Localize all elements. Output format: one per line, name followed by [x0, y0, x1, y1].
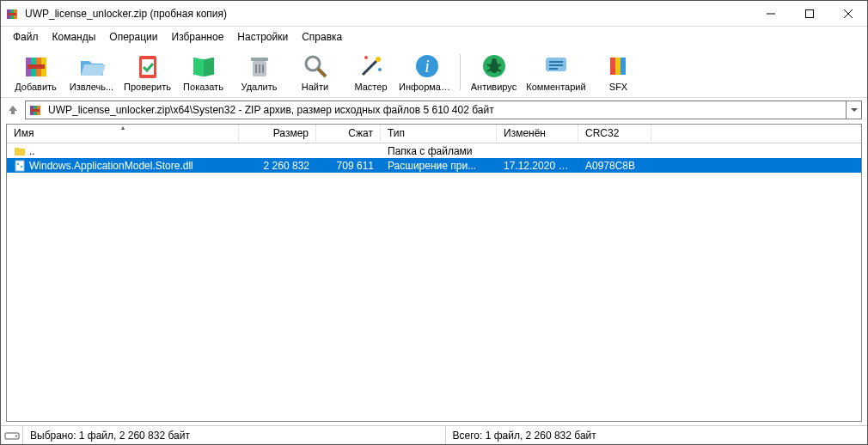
view-label: Показать — [183, 82, 223, 92]
close-button[interactable] — [828, 1, 867, 26]
svg-point-20 — [306, 57, 320, 70]
svg-point-23 — [376, 57, 381, 62]
svg-point-48 — [21, 165, 22, 167]
bug-icon — [480, 52, 508, 80]
extract-label: Извлечь... — [70, 82, 113, 92]
menu-commands[interactable]: Команды — [46, 28, 103, 46]
svg-rect-46 — [15, 161, 24, 171]
status-drive-icon[interactable] — [1, 426, 23, 444]
comment-label: Комментарий — [526, 82, 585, 92]
up-button[interactable] — [6, 103, 20, 117]
svg-rect-16 — [251, 58, 268, 61]
window-controls — [751, 1, 867, 26]
wizard-label: Мастер — [354, 82, 387, 92]
comment-icon — [542, 52, 570, 80]
wizard-button[interactable]: Мастер — [343, 51, 399, 94]
sfx-button[interactable]: SFX — [590, 51, 646, 94]
svg-point-25 — [378, 68, 382, 71]
file-crc: A0978C8B — [578, 160, 651, 172]
parent-folder-name: .. — [29, 145, 35, 157]
test-label: Проверить — [124, 82, 171, 92]
file-name: Windows.ApplicationModel.Store.dll — [29, 160, 193, 172]
col-packed[interactable]: Сжат — [316, 125, 381, 143]
trash-icon — [246, 52, 273, 80]
file-modified: 17.12.2020 20:08 — [497, 160, 578, 172]
window-title: UWP_license_unlocker.zip (пробная копия) — [25, 8, 751, 20]
svg-rect-12 — [28, 64, 45, 69]
maximize-button[interactable] — [790, 1, 828, 26]
file-row[interactable]: Windows.ApplicationModel.Store.dll 2 260… — [7, 158, 861, 173]
titlebar: UWP_license_unlocker.zip (пробная копия) — [1, 1, 867, 27]
svg-point-30 — [492, 58, 497, 64]
delete-label: Удалить — [241, 82, 278, 92]
comment-button[interactable]: Комментарий — [522, 51, 590, 94]
status-selected: Выбрано: 1 файл, 2 260 832 байт — [23, 426, 446, 444]
path-input[interactable] — [46, 103, 842, 117]
svg-rect-41 — [620, 58, 626, 75]
delete-button[interactable]: Удалить — [231, 51, 287, 94]
listview-header: Имя Размер Сжат Тип Изменён CRC32 — [7, 125, 861, 143]
menu-favorites[interactable]: Избранное — [165, 28, 231, 46]
find-label: Найти — [302, 82, 328, 92]
info-button[interactable]: i Информация — [399, 51, 455, 94]
folder-icon — [14, 145, 26, 157]
svg-rect-40 — [615, 58, 620, 75]
parent-folder-row[interactable]: .. Папка с файлами — [7, 143, 861, 158]
clipboard-check-icon — [134, 52, 162, 80]
statusbar: Выбрано: 1 файл, 2 260 832 байт Всего: 1… — [1, 425, 867, 444]
antivirus-label: Антивирус — [471, 82, 517, 92]
app-window: UWP_license_unlocker.zip (пробная копия)… — [0, 0, 868, 445]
dll-file-icon — [14, 160, 26, 172]
svg-rect-45 — [31, 109, 40, 112]
path-dropdown-button[interactable] — [847, 101, 862, 119]
svg-rect-39 — [610, 58, 615, 75]
svg-rect-3 — [8, 13, 16, 15]
path-bar — [1, 98, 867, 122]
path-field[interactable] — [25, 101, 847, 119]
parent-folder-type: Папка с файлами — [381, 145, 497, 157]
view-button[interactable]: Показать — [175, 51, 231, 94]
file-size: 2 260 832 — [239, 160, 316, 172]
col-modified[interactable]: Изменён — [497, 125, 578, 143]
minimize-button[interactable] — [751, 1, 790, 26]
file-listview: Имя Размер Сжат Тип Изменён CRC32 .. Пап… — [6, 124, 862, 422]
col-name[interactable]: Имя — [7, 125, 239, 143]
svg-point-50 — [15, 435, 17, 436]
sfx-books-icon — [605, 52, 633, 80]
find-button[interactable]: Найти — [287, 51, 343, 94]
app-icon — [6, 7, 20, 21]
book-open-icon — [190, 52, 217, 80]
extract-button[interactable]: Извлечь... — [64, 51, 119, 94]
col-size[interactable]: Размер — [239, 125, 316, 143]
menu-settings[interactable]: Настройки — [230, 28, 295, 46]
svg-line-21 — [318, 69, 326, 76]
svg-text:i: i — [425, 57, 430, 76]
file-packed: 709 611 — [316, 160, 381, 172]
info-label: Информация — [399, 82, 455, 92]
archive-icon — [29, 103, 43, 117]
col-crc[interactable]: CRC32 — [578, 125, 651, 143]
svg-point-47 — [17, 162, 19, 164]
toolbar: Добавить Извлечь... Проверить Показать У… — [1, 47, 867, 98]
add-label: Добавить — [15, 82, 57, 92]
menu-help[interactable]: Справка — [295, 28, 349, 46]
toolbar-separator — [460, 54, 461, 90]
menubar: Файл Команды Операции Избранное Настройк… — [1, 27, 867, 47]
add-button[interactable]: Добавить — [8, 51, 64, 94]
folder-open-icon — [78, 52, 106, 80]
wand-icon — [358, 52, 385, 80]
antivirus-button[interactable]: Антивирус — [466, 51, 522, 94]
menu-file[interactable]: Файл — [6, 28, 46, 46]
svg-rect-5 — [805, 9, 813, 17]
sfx-label: SFX — [609, 82, 627, 92]
test-button[interactable]: Проверить — [119, 51, 175, 94]
menu-operations[interactable]: Операции — [102, 28, 164, 46]
svg-line-22 — [363, 61, 376, 75]
svg-point-24 — [364, 56, 368, 59]
search-icon — [302, 52, 329, 80]
listview-body: .. Папка с файлами Windows.ApplicationMo… — [7, 143, 861, 421]
col-type[interactable]: Тип — [381, 125, 497, 143]
books-icon — [22, 52, 50, 80]
status-total: Всего: 1 файл, 2 260 832 байт — [446, 426, 868, 444]
file-type: Расширение при... — [381, 160, 497, 172]
